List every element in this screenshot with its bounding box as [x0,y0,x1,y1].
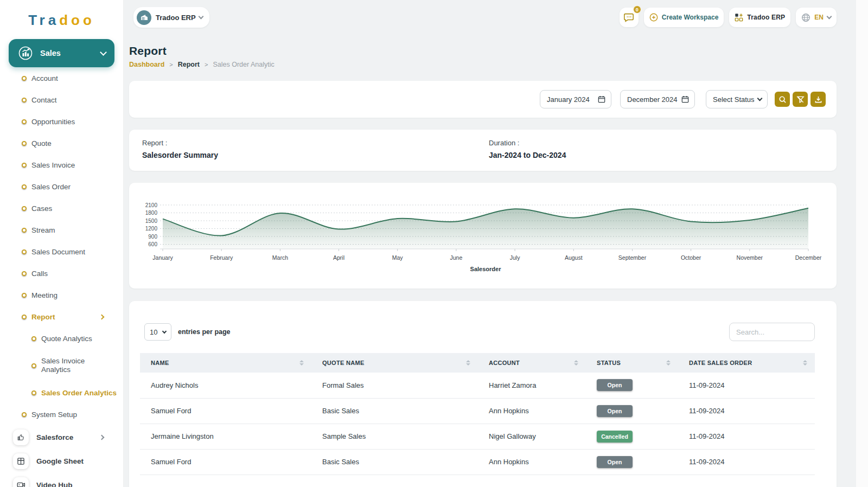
svg-text:1200: 1200 [145,226,158,232]
breadcrumb: Dashboard > Report > Sales Order Analyti… [129,61,837,68]
bullet-icon [22,184,27,189]
create-workspace-button[interactable]: Create Workspace [644,8,724,27]
column-header-quote-name[interactable]: QUOTE NAME [311,353,478,373]
salesorder-chart: 2100180015001200900600JanuaryFebruaryMar… [129,183,837,289]
language-label: EN [814,14,824,21]
status-badge[interactable]: Cancelled [597,431,633,443]
sidebar-item-account[interactable]: Account [0,67,123,89]
date-to-value: December 2024 [627,95,681,104]
duration-block: Duration : Jan-2024 to Dec-2024 [489,139,566,159]
status-badge[interactable]: Open [597,405,633,417]
chat-button[interactable]: 0 [620,8,639,27]
column-header-account[interactable]: ACCOUNT [478,353,586,373]
sidebar-item-video-hub[interactable]: Video Hub [0,473,123,487]
sidebar-item-calls[interactable]: Calls [0,262,123,284]
sidebar-nav: AccountContactOpportunitiesQuoteSales In… [0,67,123,487]
bullet-icon [31,336,36,341]
sidebar-item-quote-analytics[interactable]: Quote Analytics [0,328,123,349]
cell-status: Cancelled [586,424,678,449]
sort-icon[interactable] [574,360,578,366]
report-label: Report : [142,139,824,147]
language-selector[interactable]: EN [796,8,837,27]
sidebar-item-label: Opportunities [31,118,104,126]
sort-icon[interactable] [466,360,470,366]
cell-date: 11-09-2024 [678,398,815,424]
svg-text:October: October [681,254,701,261]
sidebar-item-sales-invoice-analytics[interactable]: Sales Invoice Analytics [0,349,123,382]
table-icon [13,453,29,469]
date-to-input[interactable]: December 2024 [620,90,695,108]
workspace-button[interactable]: Tradoo ERP [729,8,790,27]
svg-text:July: July [510,254,520,261]
bullet-icon [31,363,36,368]
sidebar-item-label: Video Hub [36,481,104,487]
sidebar-item-report[interactable]: Report [0,306,123,328]
breadcrumb-dashboard[interactable]: Dashboard [129,61,164,68]
sidebar-item-label: Report [31,313,100,321]
svg-text:2100: 2100 [145,202,158,208]
sidebar-item-sales-order[interactable]: Sales Order [0,176,123,197]
sidebar-item-salesforce[interactable]: Salesforce [0,425,123,449]
sidebar-item-opportunities[interactable]: Opportunities [0,111,123,132]
sidebar-item-meeting[interactable]: Meeting [0,284,123,306]
entries-per-page-value: 10 [150,328,157,336]
bullet-icon [22,163,27,168]
sidebar-item-label: Sales Document [31,248,104,256]
workspace-grid-icon [735,13,743,22]
search-button[interactable] [775,92,790,107]
report-summary: Report : Salesorder Summary Duration : J… [129,130,837,171]
table-search-placeholder: Search... [736,328,764,336]
status-select[interactable]: Select Status [706,90,768,108]
column-header-name[interactable]: NAME [140,353,311,373]
sidebar-item-label: Sales Invoice [31,161,104,169]
globe-icon [801,13,810,22]
column-header-status[interactable]: STATUS [586,353,678,373]
create-workspace-label: Create Workspace [662,14,719,21]
sidebar-item-sales-invoice[interactable]: Sales Invoice [0,154,123,176]
brand-logo[interactable]: Tradoo [0,0,123,36]
sort-icon[interactable] [666,360,671,366]
chevron-right-icon [99,434,105,440]
sidebar-item-quote[interactable]: Quote [0,132,123,154]
sidebar-item-contact[interactable]: Contact [0,89,123,111]
breadcrumb-current: Sales Order Analytic [213,61,274,68]
sort-icon[interactable] [803,360,807,366]
sidebar-item-system-setup[interactable]: System Setup [0,403,123,425]
status-badge[interactable]: Open [597,379,633,391]
sidebar-item-label: Calls [31,270,104,278]
breadcrumb-report[interactable]: Report [178,61,200,68]
column-header-date-sales-order[interactable]: DATE SALES ORDER [678,353,815,373]
sidebar-item-google-sheet[interactable]: Google Sheet [0,449,123,473]
sidebar-item-sales-order-analytics[interactable]: Sales Order Analytics [0,382,123,403]
cell-status: Open [586,398,678,424]
sidebar-item-cases[interactable]: Cases [0,197,123,219]
svg-text:May: May [392,254,404,261]
page-title: Report [129,44,837,57]
table-row: Samuel FordBasic SalesAnn HopkinsOpen11-… [140,449,815,475]
sidebar-section-sales[interactable]: Sales [9,39,114,67]
download-button[interactable] [810,92,826,107]
sidebar-item-sales-document[interactable]: Sales Document [0,241,123,262]
cell-name: Audrey Nichols [140,373,311,398]
scrollbar-track[interactable] [856,0,868,487]
workspace-button-label: Tradoo ERP [747,14,785,21]
clear-filter-button[interactable] [793,92,808,107]
sidebar-item-stream[interactable]: Stream [0,219,123,241]
svg-text:1800: 1800 [145,210,158,216]
chevron-down-icon [827,14,832,20]
bullet-icon [22,271,27,276]
table-search-input[interactable]: Search... [729,323,815,341]
cell-date: 11-09-2024 [678,424,815,449]
svg-text:December: December [795,254,822,261]
cell-name: Samuel Ford [140,449,311,475]
workspace-switcher[interactable]: Tradoo ERP [133,7,209,28]
download-icon [814,95,822,104]
cell-account: Harriet Zamora [478,373,586,398]
sort-icon[interactable] [299,360,304,366]
entries-per-page-select[interactable]: 10 [144,323,171,341]
cell-account: Ann Hopkins [478,398,586,424]
date-from-input[interactable]: January 2024 [540,90,611,108]
chevron-down-icon [100,49,107,56]
sidebar-item-label: Sales Order Analytics [41,389,117,397]
status-badge[interactable]: Open [597,456,633,468]
